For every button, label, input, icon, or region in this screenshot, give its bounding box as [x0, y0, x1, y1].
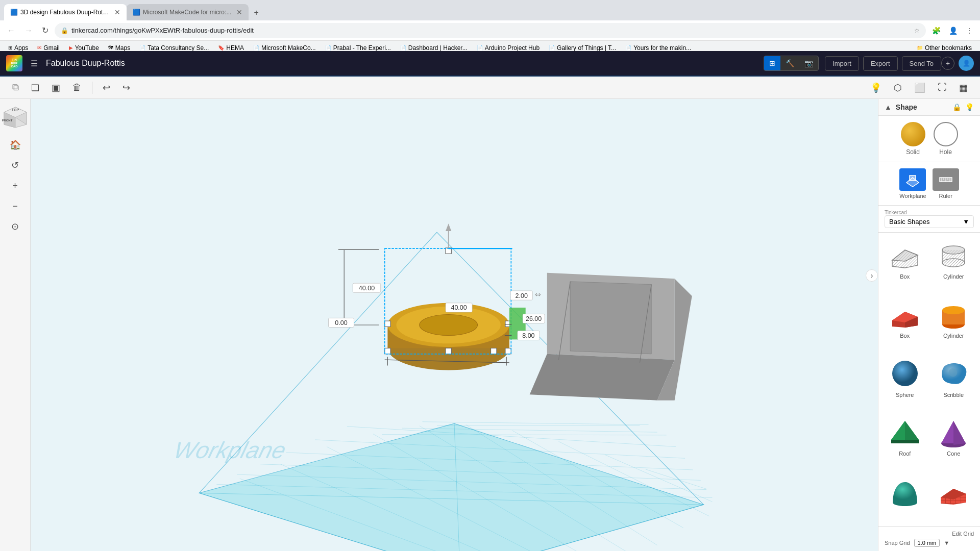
menu-button[interactable]: ⋮ — [963, 24, 976, 37]
view-grid-button[interactable]: ⊞ — [764, 56, 780, 70]
orbit-button[interactable]: ↺ — [6, 156, 24, 174]
copy-button[interactable]: ⧉ — [8, 79, 23, 96]
import-button[interactable]: Import — [825, 56, 859, 71]
shape-roof[interactable]: Roof — [883, 414, 927, 469]
export-button[interactable]: Export — [863, 56, 898, 71]
svg-rect-40 — [385, 321, 390, 327]
sphere-svg — [887, 358, 923, 389]
shape-roof-thumb — [887, 416, 923, 448]
shape9-svg — [887, 476, 923, 507]
zoom-in-button[interactable]: + — [6, 177, 24, 195]
home-view-button[interactable]: 🏠 — [6, 136, 24, 154]
topbar-right: Import Export Send To + 👤 — [825, 56, 974, 71]
lock-button[interactable]: 🔒 — [952, 103, 961, 111]
shape-9[interactable] — [883, 473, 927, 522]
secure-icon: 🔒 — [61, 27, 68, 34]
group-button[interactable]: ▣ — [47, 79, 64, 96]
shape-box-hole-thumb — [887, 239, 923, 271]
shape-cylinder-hole[interactable]: Cylinder — [932, 237, 976, 292]
category-selector: Tinkercad Basic Shapes ▼ — [878, 206, 980, 233]
shape-scribble[interactable]: Scribble — [932, 355, 976, 410]
viewport[interactable]: Workplane — [31, 99, 878, 551]
tinkercad-logo[interactable]: TINKERCAD — [6, 55, 22, 71]
dashboard-icon: 📄 — [400, 45, 406, 51]
shape-cylinder-orange-thumb — [935, 298, 972, 331]
ruler-tool[interactable]: Ruler — [933, 168, 959, 199]
shape-cone[interactable]: Cone — [932, 414, 976, 469]
shape-box-hole[interactable]: Box — [883, 237, 927, 292]
tab-active[interactable]: 🟦 3D design Fabulous Duup-Rottis... ✕ — [4, 4, 127, 20]
yours-icon: 📄 — [625, 45, 631, 51]
tab-close-2[interactable]: ✕ — [236, 8, 242, 16]
add-user-button[interactable]: + — [941, 57, 954, 70]
tinkercad-app: TINKERCAD ☰ Fabulous Duup-Rottis ⊞ 🔨 📷 I… — [0, 51, 980, 551]
perspective-button[interactable]: ⬜ — [910, 79, 929, 96]
new-tab-button[interactable]: + — [249, 5, 263, 20]
delete-button[interactable]: 🗑 — [68, 79, 86, 96]
bookmark-prabal-label: Prabal - The Experi... — [333, 44, 391, 52]
bookmark-youtube-label: YouTube — [75, 44, 99, 52]
view-build-button[interactable]: 🔨 — [780, 56, 799, 70]
bookmark-arduino-label: Arduino Project Hub — [485, 44, 540, 52]
redo-button[interactable]: ↪ — [118, 79, 134, 96]
bookmark-hema-label: HEMA — [226, 44, 244, 52]
light-button[interactable]: 💡 — [965, 103, 974, 111]
workplane-tool[interactable]: Workplane — [899, 168, 926, 199]
view-mode-button[interactable]: ⬡ — [890, 79, 906, 96]
tab-favicon-1: 🟦 — [10, 9, 17, 16]
ruler-icon — [938, 172, 954, 187]
hole-option[interactable]: Hole — [934, 122, 958, 156]
svg-marker-106 — [891, 440, 919, 443]
view-cube[interactable]: TOP FRONT — [2, 103, 29, 130]
main-content: TOP FRONT 🏠 ↺ + − ⊙ — [0, 99, 980, 551]
zoom-out-button[interactable]: − — [6, 197, 24, 215]
shape-cylinder-orange[interactable]: Cylinder — [932, 296, 976, 351]
left-panel: TOP FRONT 🏠 ↺ + − ⊙ — [0, 99, 31, 551]
snap-value-button[interactable]: 1.0 mm — [914, 539, 940, 547]
back-button[interactable]: ← — [4, 24, 18, 37]
forward-button[interactable]: → — [21, 24, 36, 37]
view-camera-button[interactable]: 📷 — [799, 56, 818, 70]
cylinder-orange-svg — [936, 299, 971, 330]
view-cube-svg: TOP FRONT — [2, 103, 29, 130]
reload-button[interactable]: ↻ — [39, 23, 52, 37]
solid-option[interactable]: Solid — [901, 122, 925, 156]
menu-hamburger-button[interactable]: ☰ — [29, 57, 40, 70]
profile-button[interactable]: 👤 — [946, 24, 961, 37]
svg-text:8.00: 8.00 — [522, 332, 534, 339]
snap-chevron-icon[interactable]: ▼ — [944, 540, 949, 546]
right-footer: Edit Grid Snap Grid 1.0 mm ▼ — [878, 526, 980, 551]
extensions-button[interactable]: 🧩 — [929, 24, 944, 37]
solid-circle — [901, 122, 925, 146]
collapse-shape-panel-button[interactable]: ▲ — [885, 103, 892, 111]
shape-cylinder-orange-label: Cylinder — [943, 333, 964, 339]
fullscreen-button[interactable]: ⛶ — [934, 79, 951, 96]
sendto-button[interactable]: Send To — [902, 56, 941, 71]
tab-inactive[interactable]: 🟦 Microsoft MakeCode for micro:... ✕ — [127, 4, 249, 20]
svg-point-101 — [942, 306, 965, 314]
panel-toggle-button[interactable]: › — [866, 269, 878, 282]
undo-button[interactable]: ↩ — [99, 79, 114, 96]
duplicate-button[interactable]: ❏ — [27, 79, 43, 96]
gallery-icon: 📄 — [549, 45, 555, 51]
shape-10[interactable] — [932, 473, 976, 522]
bookmark-tata-label: Tata Consultancy Se... — [148, 44, 209, 52]
shape-box-red[interactable]: Box — [883, 296, 927, 351]
lighting-button[interactable]: 💡 — [866, 79, 886, 96]
shape-sphere[interactable]: Sphere — [883, 355, 927, 410]
shape-cylinder-hole-thumb — [935, 239, 972, 271]
bookmark-apps-label: Apps — [14, 44, 28, 52]
category-dropdown[interactable]: Basic Shapes ▼ — [885, 215, 974, 228]
arduino-icon: 📄 — [477, 45, 483, 51]
shape-9-thumb — [887, 475, 923, 508]
cone-svg — [936, 417, 971, 447]
shape-type-panel: Solid Hole — [878, 116, 980, 162]
user-avatar[interactable]: 👤 — [959, 56, 974, 71]
align-button[interactable]: ▦ — [955, 79, 972, 96]
fit-view-button[interactable]: ⊙ — [6, 217, 24, 236]
url-bar[interactable]: 🔒 tinkercad.com/things/goKwPXxEWtR-fabul… — [55, 23, 926, 38]
svg-rect-45 — [505, 348, 511, 354]
tab-close-1[interactable]: ✕ — [114, 8, 120, 16]
svg-marker-109 — [953, 421, 966, 445]
shape-panel-header: ▲ Shape 🔒 💡 — [878, 99, 980, 116]
